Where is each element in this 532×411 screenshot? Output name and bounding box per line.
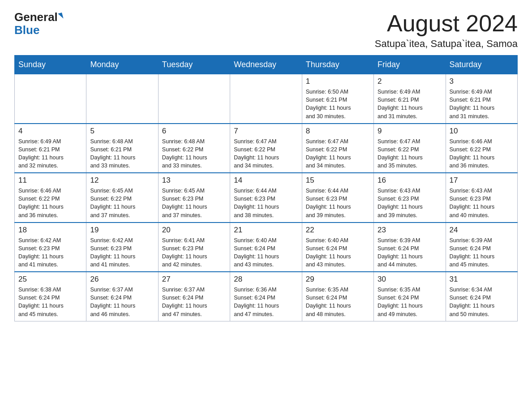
- day-info: Sunrise: 6:44 AM Sunset: 6:23 PM Dayligh…: [234, 187, 298, 219]
- weekday-header-saturday: Saturday: [446, 56, 517, 74]
- calendar-cell: 9Sunrise: 6:47 AM Sunset: 6:22 PM Daylig…: [374, 124, 446, 173]
- weekday-header-friday: Friday: [374, 56, 446, 74]
- day-number: 9: [378, 127, 442, 136]
- day-number: 31: [450, 275, 514, 284]
- weekday-header-tuesday: Tuesday: [158, 56, 230, 74]
- day-info: Sunrise: 6:47 AM Sunset: 6:22 PM Dayligh…: [234, 137, 298, 170]
- calendar-cell: 26Sunrise: 6:37 AM Sunset: 6:24 PM Dayli…: [86, 272, 158, 321]
- day-number: 20: [162, 226, 226, 235]
- calendar-cell: 25Sunrise: 6:38 AM Sunset: 6:24 PM Dayli…: [15, 272, 86, 321]
- page-header: General Blue August 2024 Satupa`itea, Sa…: [14, 11, 518, 50]
- calendar-week-row: 1Sunrise: 6:50 AM Sunset: 6:21 PM Daylig…: [15, 74, 518, 124]
- day-number: 19: [90, 226, 154, 235]
- day-info: Sunrise: 6:43 AM Sunset: 6:23 PM Dayligh…: [378, 187, 442, 219]
- calendar-cell: 30Sunrise: 6:35 AM Sunset: 6:24 PM Dayli…: [374, 272, 446, 321]
- day-info: Sunrise: 6:40 AM Sunset: 6:24 PM Dayligh…: [306, 236, 370, 269]
- location-title: Satupa`itea, Satupa`itea, Samoa: [375, 38, 518, 50]
- logo: General Blue: [14, 11, 63, 36]
- day-number: 26: [90, 275, 154, 284]
- day-number: 2: [378, 77, 442, 86]
- day-info: Sunrise: 6:39 AM Sunset: 6:24 PM Dayligh…: [378, 236, 442, 269]
- day-number: 6: [162, 127, 226, 136]
- calendar-cell: 6Sunrise: 6:48 AM Sunset: 6:22 PM Daylig…: [158, 124, 230, 173]
- day-info: Sunrise: 6:48 AM Sunset: 6:21 PM Dayligh…: [90, 137, 154, 170]
- day-info: Sunrise: 6:46 AM Sunset: 6:22 PM Dayligh…: [450, 137, 514, 170]
- day-info: Sunrise: 6:48 AM Sunset: 6:22 PM Dayligh…: [162, 137, 226, 170]
- day-number: 21: [234, 226, 298, 235]
- calendar-cell: [86, 74, 158, 124]
- day-number: 7: [234, 127, 298, 136]
- calendar-table: SundayMondayTuesdayWednesdayThursdayFrid…: [14, 55, 518, 321]
- calendar-cell: 15Sunrise: 6:44 AM Sunset: 6:23 PM Dayli…: [302, 173, 373, 223]
- day-number: 22: [306, 226, 370, 235]
- logo-general: General: [14, 11, 58, 24]
- day-number: 5: [90, 127, 154, 136]
- day-info: Sunrise: 6:36 AM Sunset: 6:24 PM Dayligh…: [234, 286, 298, 318]
- calendar-cell: 19Sunrise: 6:42 AM Sunset: 6:23 PM Dayli…: [86, 223, 158, 272]
- calendar-cell: [230, 74, 302, 124]
- weekday-header-thursday: Thursday: [302, 56, 373, 74]
- weekday-header-row: SundayMondayTuesdayWednesdayThursdayFrid…: [15, 56, 518, 74]
- day-info: Sunrise: 6:37 AM Sunset: 6:24 PM Dayligh…: [162, 286, 226, 318]
- day-info: Sunrise: 6:50 AM Sunset: 6:21 PM Dayligh…: [306, 88, 370, 120]
- day-number: 25: [18, 275, 82, 284]
- day-number: 11: [18, 176, 82, 185]
- calendar-cell: 20Sunrise: 6:41 AM Sunset: 6:23 PM Dayli…: [158, 223, 230, 272]
- day-number: 8: [306, 127, 370, 136]
- calendar-cell: 1Sunrise: 6:50 AM Sunset: 6:21 PM Daylig…: [302, 74, 373, 124]
- day-info: Sunrise: 6:40 AM Sunset: 6:24 PM Dayligh…: [234, 236, 298, 269]
- calendar-cell: 22Sunrise: 6:40 AM Sunset: 6:24 PM Dayli…: [302, 223, 373, 272]
- calendar-cell: 11Sunrise: 6:46 AM Sunset: 6:22 PM Dayli…: [15, 173, 86, 223]
- calendar-cell: 21Sunrise: 6:40 AM Sunset: 6:24 PM Dayli…: [230, 223, 302, 272]
- day-info: Sunrise: 6:45 AM Sunset: 6:23 PM Dayligh…: [162, 187, 226, 219]
- day-info: Sunrise: 6:38 AM Sunset: 6:24 PM Dayligh…: [18, 286, 82, 318]
- calendar-cell: 24Sunrise: 6:39 AM Sunset: 6:24 PM Dayli…: [446, 223, 517, 272]
- day-number: 30: [378, 275, 442, 284]
- calendar-cell: 18Sunrise: 6:42 AM Sunset: 6:23 PM Dayli…: [15, 223, 86, 272]
- logo-blue: Blue: [14, 24, 39, 37]
- day-number: 14: [234, 176, 298, 185]
- calendar-cell: 13Sunrise: 6:45 AM Sunset: 6:23 PM Dayli…: [158, 173, 230, 223]
- day-number: 29: [306, 275, 370, 284]
- calendar-cell: 28Sunrise: 6:36 AM Sunset: 6:24 PM Dayli…: [230, 272, 302, 321]
- calendar-cell: 5Sunrise: 6:48 AM Sunset: 6:21 PM Daylig…: [86, 124, 158, 173]
- title-area: August 2024 Satupa`itea, Satupa`itea, Sa…: [375, 11, 518, 50]
- weekday-header-sunday: Sunday: [15, 56, 86, 74]
- day-number: 27: [162, 275, 226, 284]
- logo-triangle-icon: [58, 13, 63, 20]
- day-info: Sunrise: 6:49 AM Sunset: 6:21 PM Dayligh…: [378, 88, 442, 120]
- day-number: 13: [162, 176, 226, 185]
- day-number: 16: [378, 176, 442, 185]
- day-info: Sunrise: 6:49 AM Sunset: 6:21 PM Dayligh…: [18, 137, 82, 170]
- day-number: 3: [450, 77, 514, 86]
- calendar-week-row: 4Sunrise: 6:49 AM Sunset: 6:21 PM Daylig…: [15, 124, 518, 173]
- calendar-cell: 14Sunrise: 6:44 AM Sunset: 6:23 PM Dayli…: [230, 173, 302, 223]
- day-info: Sunrise: 6:43 AM Sunset: 6:23 PM Dayligh…: [450, 187, 514, 219]
- calendar-cell: 3Sunrise: 6:49 AM Sunset: 6:21 PM Daylig…: [446, 74, 517, 124]
- day-info: Sunrise: 6:41 AM Sunset: 6:23 PM Dayligh…: [162, 236, 226, 269]
- day-number: 10: [450, 127, 514, 136]
- calendar-week-row: 11Sunrise: 6:46 AM Sunset: 6:22 PM Dayli…: [15, 173, 518, 223]
- calendar-cell: 16Sunrise: 6:43 AM Sunset: 6:23 PM Dayli…: [374, 173, 446, 223]
- day-info: Sunrise: 6:49 AM Sunset: 6:21 PM Dayligh…: [450, 88, 514, 120]
- day-info: Sunrise: 6:35 AM Sunset: 6:24 PM Dayligh…: [306, 286, 370, 318]
- weekday-header-wednesday: Wednesday: [230, 56, 302, 74]
- weekday-header-monday: Monday: [86, 56, 158, 74]
- calendar-cell: 12Sunrise: 6:45 AM Sunset: 6:22 PM Dayli…: [86, 173, 158, 223]
- day-info: Sunrise: 6:47 AM Sunset: 6:22 PM Dayligh…: [306, 137, 370, 170]
- calendar-cell: 8Sunrise: 6:47 AM Sunset: 6:22 PM Daylig…: [302, 124, 373, 173]
- calendar-week-row: 18Sunrise: 6:42 AM Sunset: 6:23 PM Dayli…: [15, 223, 518, 272]
- day-info: Sunrise: 6:37 AM Sunset: 6:24 PM Dayligh…: [90, 286, 154, 318]
- day-number: 28: [234, 275, 298, 284]
- day-info: Sunrise: 6:42 AM Sunset: 6:23 PM Dayligh…: [90, 236, 154, 269]
- calendar-cell: [158, 74, 230, 124]
- day-number: 23: [378, 226, 442, 235]
- day-info: Sunrise: 6:39 AM Sunset: 6:24 PM Dayligh…: [450, 236, 514, 269]
- day-number: 17: [450, 176, 514, 185]
- day-info: Sunrise: 6:47 AM Sunset: 6:22 PM Dayligh…: [378, 137, 442, 170]
- calendar-cell: 31Sunrise: 6:34 AM Sunset: 6:24 PM Dayli…: [446, 272, 517, 321]
- calendar-cell: 23Sunrise: 6:39 AM Sunset: 6:24 PM Dayli…: [374, 223, 446, 272]
- calendar-cell: 7Sunrise: 6:47 AM Sunset: 6:22 PM Daylig…: [230, 124, 302, 173]
- calendar-cell: 2Sunrise: 6:49 AM Sunset: 6:21 PM Daylig…: [374, 74, 446, 124]
- day-info: Sunrise: 6:45 AM Sunset: 6:22 PM Dayligh…: [90, 187, 154, 219]
